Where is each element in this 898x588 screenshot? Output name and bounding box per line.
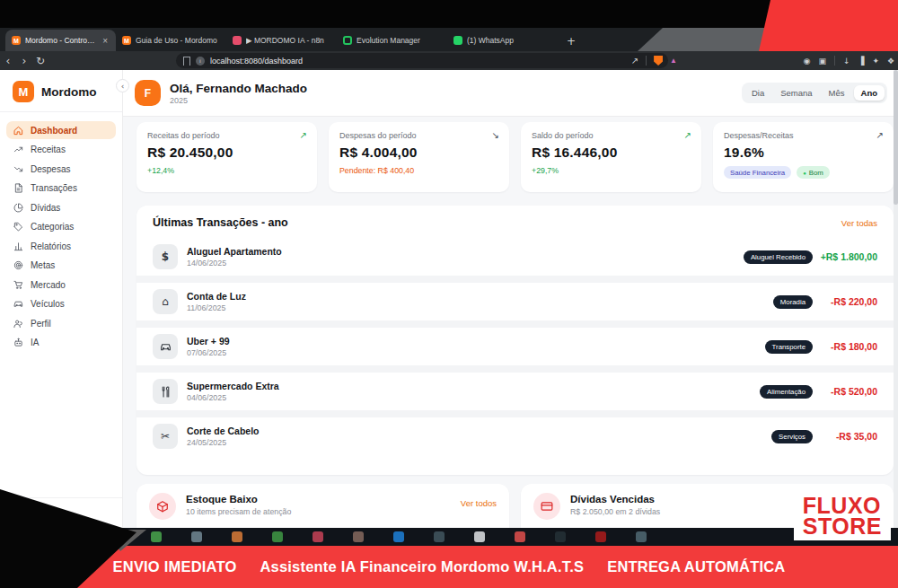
- sidebar-item-relatorios[interactable]: Relatórios: [6, 237, 116, 255]
- banner-text-center: Assistente IA Financeiro Mordomo W.H.A.T…: [260, 558, 584, 575]
- address-bar[interactable]: i localhost:8080/dashboard: [176, 53, 668, 68]
- sidebar-item-perfil[interactable]: Perfil: [6, 314, 116, 332]
- trending-up-icon: [13, 145, 23, 154]
- close-tab-icon[interactable]: ×: [101, 36, 110, 46]
- transaction-row[interactable]: Conta de Luz 11/06/2025 Moradia -R$ 220,…: [136, 283, 894, 320]
- period-option-mes[interactable]: Mês: [822, 85, 852, 101]
- url-text[interactable]: localhost:8080/dashboard: [210, 57, 303, 66]
- cart-icon: [13, 280, 23, 290]
- package-icon: [149, 493, 176, 520]
- mordomo-favicon: M: [12, 36, 21, 45]
- stat-card-receitas: Receitas do período R$ 20.450,00 +12,4%: [136, 122, 317, 192]
- tab-title: Evolution Manager: [357, 36, 441, 45]
- transaction-name: Conta de Luz: [187, 291, 246, 302]
- forward-icon[interactable]: [16, 55, 32, 67]
- status-badge: Bom: [797, 166, 830, 179]
- view-all-stock-link[interactable]: Ver todos: [461, 498, 497, 508]
- new-tab-button[interactable]: +: [567, 35, 576, 48]
- sidebar-item-categorias[interactable]: Categorias: [6, 218, 116, 236]
- pie-chart-icon: [13, 203, 23, 213]
- transaction-row[interactable]: Supermercado Extra 04/06/2025 Alimentaçã…: [136, 373, 894, 410]
- tab-guia-de-uso[interactable]: M Guia de Uso - Mordomo: [116, 30, 226, 51]
- alert-title: Estoque Baixo: [186, 494, 291, 505]
- sidebar-item-ia[interactable]: IA: [6, 334, 116, 352]
- taskbar-icon[interactable]: [353, 531, 364, 542]
- sidebar-item-dashboard[interactable]: Dashboard: [6, 121, 116, 139]
- period-option-dia[interactable]: Dia: [744, 85, 771, 101]
- transaction-date: 11/06/2025: [187, 303, 246, 312]
- sidebar-item-dividas[interactable]: Dívidas: [6, 198, 116, 216]
- transaction-name: Aluguel Apartamento: [187, 246, 282, 257]
- downloads-icon[interactable]: [843, 57, 850, 66]
- taskbar-icon[interactable]: [636, 531, 647, 542]
- sidebar-item-veiculos[interactable]: Veículos: [6, 295, 116, 313]
- brave-shield-icon[interactable]: [654, 56, 663, 66]
- taskbar-icon[interactable]: [595, 531, 606, 542]
- taskbar-icon[interactable]: [191, 531, 202, 542]
- extensions-menu-icon[interactable]: [887, 57, 894, 66]
- tab-mordomo-dashboard[interactable]: M Mordomo - Controle Financeiro ×: [5, 30, 116, 51]
- extension-icon[interactable]: [872, 57, 879, 66]
- sidebar-item-transacoes[interactable]: Transações: [6, 180, 116, 197]
- tab-title: Mordomo - Controle Financeiro: [25, 36, 96, 45]
- sidebar-collapse-button[interactable]: ‹: [116, 79, 129, 92]
- view-all-transactions-link[interactable]: Ver todas: [841, 218, 877, 228]
- transaction-name: Supermercado Extra: [187, 381, 279, 391]
- site-info-icon[interactable]: i: [196, 57, 205, 66]
- taskbar-icon[interactable]: [313, 531, 323, 542]
- taskbar-icon[interactable]: [555, 531, 566, 542]
- reload-icon[interactable]: [32, 55, 48, 67]
- sidebar-item-label: Veículos: [31, 299, 65, 309]
- scrollbar[interactable]: [894, 70, 898, 528]
- transaction-row[interactable]: Uber + 99 07/06/2025 Transporte -R$ 180,…: [136, 328, 894, 365]
- stat-value: R$ 4.004,00: [339, 145, 498, 161]
- home-icon: [153, 289, 178, 314]
- period-option-ano[interactable]: Ano: [854, 85, 885, 101]
- stat-label: Receitas do período: [147, 131, 306, 140]
- windows-taskbar: [0, 528, 898, 546]
- taskbar-icon[interactable]: [515, 531, 525, 542]
- bookmark-icon[interactable]: [183, 57, 190, 66]
- sidebar-item-sair[interactable]: Sair: [0, 497, 122, 528]
- robot-icon: [13, 338, 23, 347]
- sidebar-item-mercado[interactable]: Mercado: [6, 276, 116, 294]
- extension-triangle-icon[interactable]: ▲: [670, 57, 677, 65]
- extension-icon[interactable]: [804, 57, 811, 66]
- transaction-row[interactable]: Corte de Cabelo 24/05/2025 Serviços -R$ …: [136, 417, 894, 455]
- period-option-semana[interactable]: Semana: [773, 85, 819, 101]
- transaction-row[interactable]: Aluguel Apartamento 14/06/2025 Aluguel R…: [136, 238, 894, 276]
- transactions-card: Últimas Transações - ano Ver todas Alugu…: [136, 206, 894, 475]
- car-icon: [13, 299, 23, 309]
- category-badge: Serviços: [771, 430, 813, 443]
- browser-toolbar: i localhost:8080/dashboard ▲: [0, 51, 898, 70]
- avatar[interactable]: F: [135, 80, 161, 106]
- sidebar-item-despesas[interactable]: Despesas: [6, 160, 116, 178]
- scrollbar-thumb[interactable]: [894, 70, 898, 205]
- sidebar-item-label: Perfil: [31, 319, 51, 329]
- taskbar-icon[interactable]: [393, 531, 404, 542]
- alert-cards-row: Estoque Baixo 10 items precisam de atenç…: [136, 484, 894, 528]
- share-icon[interactable]: [631, 56, 638, 66]
- sidebar-item-label: Categorias: [31, 222, 74, 232]
- sidebar-item-receitas[interactable]: Receitas: [6, 141, 116, 159]
- browser-tabbar: M Mordomo - Controle Financeiro × M Guia…: [0, 28, 898, 51]
- taskbar-icon[interactable]: [434, 531, 445, 542]
- back-icon[interactable]: [0, 55, 16, 67]
- sidebar-item-metas[interactable]: Metas: [6, 257, 116, 275]
- row-separator: [136, 410, 894, 417]
- promo-banner: ENVIO IMEDIATO Assistente IA Financeiro …: [0, 546, 898, 588]
- taskbar-icon[interactable]: [232, 531, 242, 542]
- tab-evolution-manager[interactable]: Evolution Manager: [337, 30, 447, 51]
- transaction-amount: -R$ 35,00: [820, 431, 877, 442]
- sidebar-toggle-icon[interactable]: [858, 57, 864, 66]
- stat-card-despesas-receitas: Despesas/Receitas 19.6% Saúde Financeira…: [713, 122, 894, 192]
- extension-icon[interactable]: [818, 57, 826, 66]
- tab-whatsapp[interactable]: (1) WhatsApp: [447, 30, 558, 51]
- taskbar-icon[interactable]: [474, 531, 485, 542]
- logo-line: STORE: [803, 516, 882, 537]
- fluxo-store-logo: FLUXO STORE: [794, 490, 891, 540]
- app-logo: M Mordomo: [0, 70, 122, 112]
- tab-n8n[interactable]: ▶ MORDOMO IA - n8n: [226, 30, 337, 51]
- taskbar-icon[interactable]: [272, 531, 283, 542]
- taskbar-icon[interactable]: [151, 531, 162, 542]
